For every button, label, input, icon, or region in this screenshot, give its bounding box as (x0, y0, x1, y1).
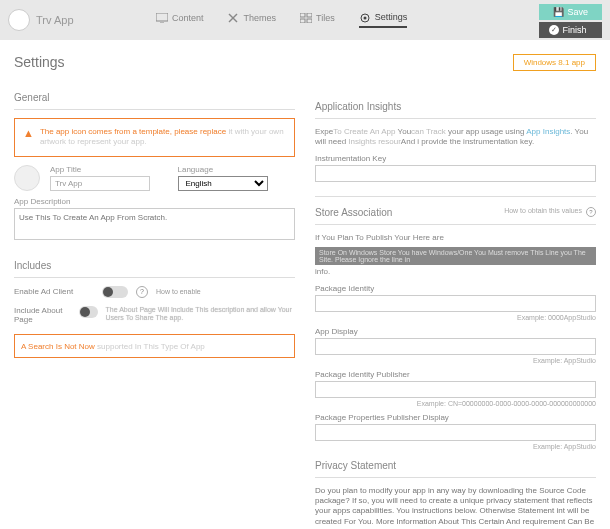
save-button[interactable]: 💾Save (539, 4, 602, 20)
save-icon: 💾 (553, 7, 564, 17)
warning-icon: ▲ (23, 127, 34, 148)
tools-icon (228, 13, 240, 23)
publisher-display-example: Example: AppStudio (315, 443, 596, 450)
app-desc-input[interactable] (14, 208, 295, 240)
includes-heading: Includes (14, 260, 295, 271)
instrumentation-key-input[interactable] (315, 165, 596, 182)
svg-point-9 (363, 17, 366, 20)
tab-settings[interactable]: Settings (359, 12, 408, 28)
app-title-label: App Title (50, 165, 168, 174)
instrumentation-key-label: Instrumentation Key (315, 154, 596, 163)
package-identity-label: Package Identity (315, 284, 596, 293)
windows-badge: Windows 8.1 app (513, 54, 596, 71)
language-label: Language (178, 165, 296, 174)
language-select[interactable]: English (178, 176, 268, 191)
app-title-input[interactable] (50, 176, 150, 191)
finish-button[interactable]: ✓Finish (539, 22, 602, 38)
publisher-input[interactable] (315, 381, 596, 398)
ad-client-label: Enable Ad Client (14, 287, 94, 296)
check-icon: ✓ (549, 25, 559, 35)
right-column: Windows 8.1 app Application Insights Exp… (315, 54, 596, 529)
monitor-icon (156, 13, 168, 23)
privacy-text: Do you plan to modify your app in any wa… (315, 486, 596, 529)
store-dark-bar: Store On Windows Store You have Windows/… (315, 247, 596, 265)
gear-icon (359, 12, 371, 22)
search-warning: A Search Is Not Now supported In This Ty… (14, 334, 295, 358)
app-icon-thumb[interactable] (14, 165, 40, 191)
svg-rect-0 (156, 13, 168, 21)
app-logo (8, 9, 30, 31)
tab-content[interactable]: Content (156, 12, 204, 28)
privacy-heading: Privacy Statement (315, 460, 596, 471)
app-display-example: Example: AppStudio (315, 357, 596, 364)
insights-text: ExpeTo Create An App Youcan Track your a… (315, 127, 596, 148)
publisher-display-input[interactable] (315, 424, 596, 441)
about-page-label: Include About Page (14, 306, 71, 324)
publisher-label: Package Identity Publisher (315, 370, 596, 379)
publisher-example: Example: CN=00000000-0000-0000-0000-0000… (315, 400, 596, 407)
app-display-input[interactable] (315, 338, 596, 355)
tab-themes[interactable]: Themes (228, 12, 277, 28)
about-page-desc: The About Page Will Include This descrip… (106, 306, 295, 323)
insights-heading: Application Insights (315, 101, 596, 112)
top-bar: Trv App Content Themes Tiles Settings 💾S… (0, 0, 610, 40)
page-title: Settings (14, 54, 65, 70)
ad-client-toggle[interactable] (102, 286, 128, 298)
svg-rect-6 (300, 19, 305, 23)
icon-warning: ▲ The app icon comes from a template, pl… (14, 118, 295, 157)
left-column: Settings General ▲ The app icon comes fr… (14, 54, 295, 529)
publisher-display-label: Package Properties Publisher Display (315, 413, 596, 422)
app-title: Trv App (36, 14, 116, 26)
how-to-enable[interactable]: How to enable (156, 288, 201, 295)
nav-tabs: Content Themes Tiles Settings (156, 12, 407, 28)
help-icon[interactable]: ? (586, 207, 596, 217)
general-heading: General (14, 92, 295, 103)
svg-rect-5 (307, 13, 312, 17)
tab-tiles[interactable]: Tiles (300, 12, 335, 28)
app-desc-label: App Description (14, 197, 295, 206)
help-icon[interactable]: ? (136, 286, 148, 298)
package-identity-input[interactable] (315, 295, 596, 312)
svg-rect-7 (307, 19, 312, 23)
about-page-toggle[interactable] (79, 306, 98, 318)
app-insights-link[interactable]: App Insights (526, 127, 570, 136)
app-display-label: App Display (315, 327, 596, 336)
store-heading: Store Association?How to obtain this val… (315, 207, 596, 218)
store-text: If You Plan To Publish Your Here are (315, 233, 596, 243)
package-identity-example: Example: 0000AppStudio (315, 314, 596, 321)
svg-rect-4 (300, 13, 305, 17)
tiles-icon (300, 13, 312, 23)
